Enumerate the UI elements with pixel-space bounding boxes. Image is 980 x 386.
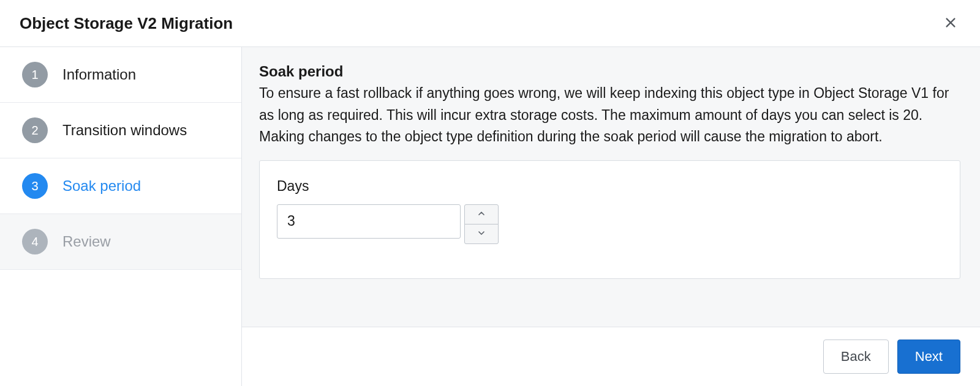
dialog-body: 1 Information 2 Transition windows 3 Soa…	[0, 47, 980, 386]
days-increment-button[interactable]	[464, 204, 499, 225]
main-panel: Soak period To ensure a fast rollback if…	[242, 47, 980, 386]
section-title: Soak period	[259, 63, 960, 80]
step-information[interactable]: 1 Information	[0, 47, 241, 103]
next-button[interactable]: Next	[897, 340, 960, 374]
chevron-up-icon	[477, 209, 486, 220]
step-label: Soak period	[62, 177, 141, 195]
section-description: To ensure a fast rollback if anything go…	[259, 83, 960, 148]
migration-dialog: Object Storage V2 Migration 1 Informatio…	[0, 0, 980, 386]
step-review[interactable]: 4 Review	[0, 214, 241, 270]
wizard-sidebar: 1 Information 2 Transition windows 3 Soa…	[0, 47, 242, 386]
step-label: Information	[62, 66, 136, 83]
days-label: Days	[277, 178, 943, 195]
chevron-down-icon	[477, 228, 486, 240]
close-button[interactable]	[941, 13, 960, 33]
step-number: 2	[22, 117, 48, 143]
step-label: Transition windows	[62, 122, 187, 139]
days-decrement-button[interactable]	[464, 224, 499, 244]
close-icon	[944, 16, 957, 31]
step-soak-period[interactable]: 3 Soak period	[0, 158, 241, 214]
stepper-buttons	[464, 204, 499, 244]
main-content: Soak period To ensure a fast rollback if…	[242, 47, 980, 327]
days-card: Days	[259, 160, 960, 279]
step-number: 1	[22, 62, 48, 87]
step-number: 3	[22, 173, 48, 199]
step-transition-windows[interactable]: 2 Transition windows	[0, 103, 241, 158]
step-label: Review	[62, 233, 111, 250]
step-number: 4	[22, 229, 48, 254]
days-input[interactable]	[277, 204, 461, 239]
back-button[interactable]: Back	[823, 340, 889, 374]
dialog-title: Object Storage V2 Migration	[20, 14, 233, 33]
dialog-header: Object Storage V2 Migration	[0, 0, 980, 47]
days-stepper	[277, 204, 943, 244]
dialog-footer: Back Next	[242, 327, 980, 386]
